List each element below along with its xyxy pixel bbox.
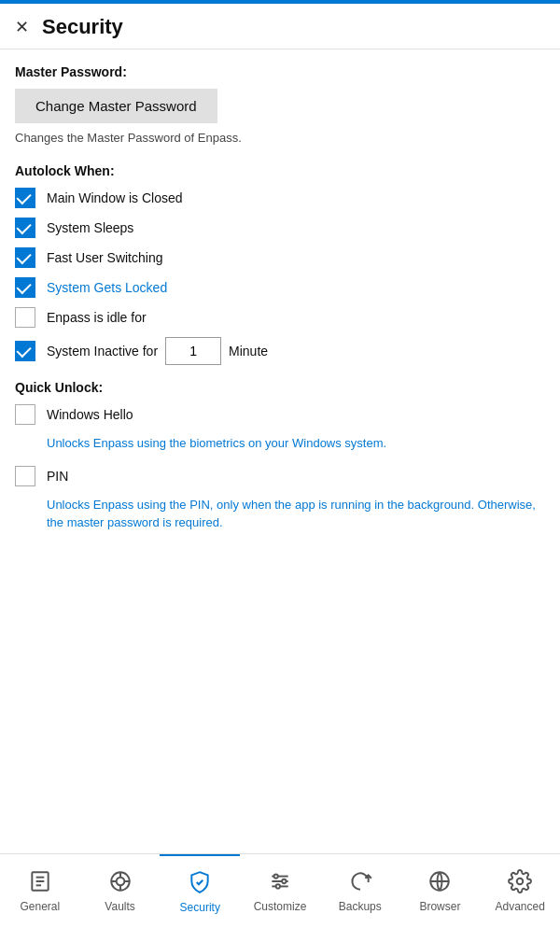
autolock-system-gets-locked-label: System Gets Locked bbox=[47, 280, 167, 295]
windows-hello-label: Windows Hello bbox=[47, 407, 133, 422]
checkbox-pin[interactable] bbox=[15, 466, 35, 486]
autolock-system-sleeps-label: System Sleeps bbox=[47, 220, 133, 235]
checkbox-windows-hello[interactable] bbox=[15, 404, 35, 425]
quick-unlock-item-windows-hello[interactable]: Windows Hello bbox=[15, 404, 545, 425]
general-icon bbox=[28, 869, 52, 896]
tab-customize-label: Customize bbox=[254, 900, 307, 913]
page-title: Security bbox=[42, 15, 123, 39]
system-inactive-suffix: Minute bbox=[229, 344, 268, 359]
svg-point-5 bbox=[116, 878, 124, 886]
tab-security[interactable]: Security bbox=[160, 854, 240, 928]
advanced-icon bbox=[508, 869, 532, 896]
quick-unlock-section: Quick Unlock: Windows Hello Unlocks Enpa… bbox=[15, 380, 545, 532]
autolock-item-system-gets-locked[interactable]: System Gets Locked bbox=[15, 277, 545, 298]
tab-vaults-label: Vaults bbox=[105, 900, 134, 913]
checkbox-main-window-closed[interactable] bbox=[15, 188, 35, 208]
tab-browser[interactable]: Browser bbox=[400, 854, 481, 928]
quick-unlock-label: Quick Unlock: bbox=[15, 380, 545, 395]
autolock-section: Autolock When: Main Window is Closed Sys… bbox=[15, 163, 545, 365]
tab-browser-label: Browser bbox=[419, 900, 460, 913]
tab-security-label: Security bbox=[180, 901, 220, 914]
security-icon bbox=[188, 870, 212, 897]
change-pw-description: Changes the Master Password of Enpass. bbox=[15, 131, 545, 145]
autolock-item-main-window-closed[interactable]: Main Window is Closed bbox=[15, 188, 545, 208]
checkbox-fast-user-switching[interactable] bbox=[15, 247, 35, 268]
tab-customize[interactable]: Customize bbox=[240, 854, 320, 928]
change-master-password-button[interactable]: Change Master Password bbox=[15, 89, 217, 123]
system-inactive-prefix: System Inactive for bbox=[47, 344, 158, 359]
master-password-label: Master Password: bbox=[15, 64, 545, 79]
customize-icon bbox=[268, 869, 292, 896]
svg-point-15 bbox=[276, 884, 280, 888]
tab-general[interactable]: General bbox=[0, 854, 80, 928]
vaults-icon bbox=[108, 869, 133, 896]
autolock-item-system-inactive: System Inactive for Minute bbox=[15, 337, 545, 365]
svg-point-19 bbox=[517, 879, 524, 885]
tab-bar: General Vaults Security bbox=[0, 853, 560, 928]
svg-point-14 bbox=[282, 879, 286, 883]
tab-vaults[interactable]: Vaults bbox=[80, 854, 161, 928]
backups-icon bbox=[348, 869, 372, 896]
checkbox-system-inactive[interactable] bbox=[15, 341, 35, 361]
autolock-item-fast-user-switching[interactable]: Fast User Switching bbox=[15, 247, 545, 268]
autolock-label: Autolock When: bbox=[15, 163, 545, 178]
tab-backups-label: Backups bbox=[339, 900, 382, 913]
checkbox-system-sleeps[interactable] bbox=[15, 218, 35, 238]
tab-general-label: General bbox=[21, 900, 61, 913]
pin-description: Unlocks Enpass using the PIN, only when … bbox=[47, 496, 545, 532]
quick-unlock-item-pin[interactable]: PIN bbox=[15, 466, 545, 486]
pin-label: PIN bbox=[47, 469, 68, 484]
checkbox-enpass-idle[interactable] bbox=[15, 307, 35, 328]
checkbox-system-gets-locked[interactable] bbox=[15, 277, 35, 298]
tab-advanced[interactable]: Advanced bbox=[480, 854, 560, 928]
tab-advanced-label: Advanced bbox=[495, 900, 544, 913]
autolock-main-window-label: Main Window is Closed bbox=[47, 190, 183, 205]
svg-point-13 bbox=[274, 874, 278, 878]
autolock-item-system-sleeps[interactable]: System Sleeps bbox=[15, 218, 545, 238]
tab-backups[interactable]: Backups bbox=[320, 854, 400, 928]
browser-icon bbox=[427, 869, 452, 896]
header: ✕ Security bbox=[0, 4, 560, 49]
inactive-minutes-input[interactable] bbox=[165, 337, 221, 365]
autolock-fast-user-switching-label: Fast User Switching bbox=[47, 250, 162, 265]
autolock-enpass-idle-label: Enpass is idle for bbox=[47, 310, 147, 325]
close-button[interactable]: ✕ bbox=[15, 19, 29, 35]
autolock-item-enpass-idle[interactable]: Enpass is idle for bbox=[15, 307, 545, 328]
windows-hello-description: Unlocks Enpass using the biometrics on y… bbox=[47, 434, 545, 453]
main-content: Master Password: Change Master Password … bbox=[0, 49, 560, 853]
